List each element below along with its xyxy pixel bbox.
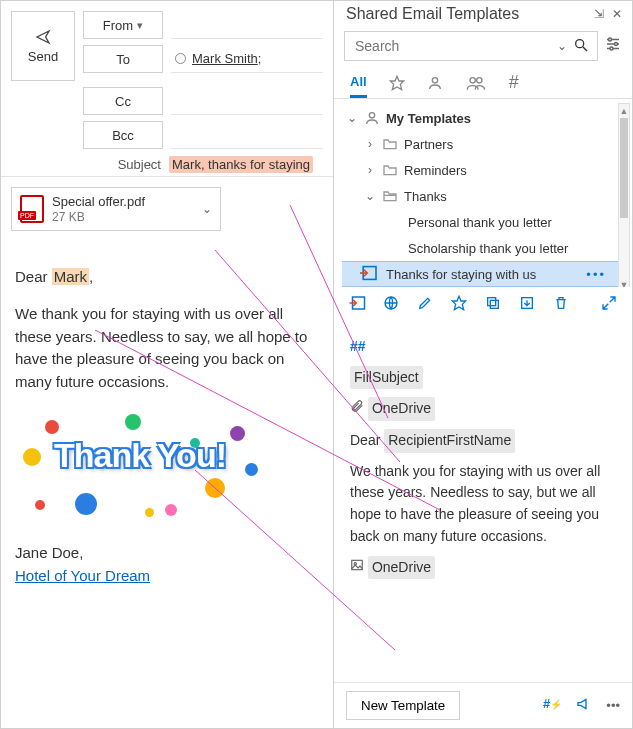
tab-all[interactable]: All (350, 67, 367, 98)
from-value[interactable] (171, 11, 323, 39)
subject-input[interactable]: Mark, thanks for staying (169, 157, 323, 172)
svg-point-10 (470, 77, 475, 82)
template-label: Personal thank you letter (408, 215, 552, 230)
tree-root-my-templates[interactable]: ⌄ My Templates (342, 105, 628, 131)
svg-line-1 (583, 47, 587, 51)
globe-button[interactable] (382, 295, 400, 314)
svg-rect-18 (488, 298, 496, 306)
subject-rest: , thanks for staying (201, 157, 310, 172)
folder-thanks[interactable]: ⌄ Thanks (342, 183, 628, 209)
attachment-name: Special offer.pdf (52, 194, 145, 210)
greeting-suffix: , (89, 268, 93, 285)
tabs: All # (334, 67, 632, 99)
settings-icon[interactable] (604, 35, 622, 57)
from-button[interactable]: From ▾ (83, 11, 163, 39)
template-personal-thank-you[interactable]: Personal thank you letter (342, 209, 628, 235)
tab-hash[interactable]: # (509, 67, 519, 98)
preview-dear: Dear (350, 432, 380, 448)
message-body[interactable]: Dear Mark, We thank you for staying with… (1, 241, 333, 598)
to-label: To (116, 52, 130, 67)
chevron-down-icon[interactable]: ⌄ (202, 202, 212, 216)
from-label: From (103, 18, 133, 33)
svg-marker-8 (390, 76, 403, 89)
person-icon (427, 75, 443, 91)
send-button[interactable]: Send (11, 11, 75, 81)
svg-point-9 (432, 77, 437, 82)
template-thanks-for-staying[interactable]: Thanks for staying with us ••• (342, 261, 628, 287)
bcc-value[interactable] (171, 121, 323, 149)
body-paragraph: We thank you for staying with us over al… (15, 303, 319, 393)
expand-button[interactable] (600, 295, 618, 314)
chevron-down-icon: ▾ (137, 19, 143, 32)
template-tree: ⌄ My Templates › Partners › Reminders ⌄ … (334, 99, 632, 287)
star-icon (389, 75, 405, 91)
folder-reminders[interactable]: › Reminders (342, 157, 628, 183)
paste-button[interactable] (348, 295, 366, 314)
search-icon[interactable] (573, 37, 589, 56)
folder-partners[interactable]: › Partners (342, 131, 628, 157)
search-box[interactable]: ⌄ (344, 31, 598, 61)
to-button[interactable]: To (83, 45, 163, 73)
svg-point-7 (610, 47, 613, 50)
macro-onedrive-image: OneDrive (368, 556, 435, 580)
pdf-icon: PDF (20, 195, 44, 223)
folder-icon (382, 136, 398, 152)
to-value[interactable]: Mark Smith; (171, 45, 323, 73)
new-template-button[interactable]: New Template (346, 691, 460, 720)
macro-fillsubject: FillSubject (350, 366, 423, 390)
announce-icon[interactable] (576, 696, 592, 715)
more-icon[interactable]: ••• (586, 267, 606, 282)
send-label: Send (28, 49, 58, 64)
svg-point-6 (615, 43, 618, 46)
template-scholarship-thank-you[interactable]: Scholarship thank you letter (342, 235, 628, 261)
search-input[interactable] (353, 37, 557, 55)
tab-team[interactable] (465, 67, 487, 98)
pin-icon[interactable]: ⇲ (594, 7, 604, 21)
scroll-down-icon[interactable]: ▼ (619, 278, 629, 287)
delete-button[interactable] (552, 295, 570, 314)
macro-recipientfirstname: RecipientFirstName (384, 429, 515, 453)
hash-action-icon[interactable]: #⚡ (543, 696, 562, 715)
scroll-up-icon[interactable]: ▲ (619, 104, 629, 118)
compose-pane: Send From ▾ To Mark Smith; (1, 1, 334, 728)
svg-rect-20 (352, 560, 363, 569)
folder-label: Reminders (404, 163, 467, 178)
chevron-down-icon[interactable]: ⌄ (557, 39, 567, 53)
svg-point-12 (369, 113, 374, 118)
template-toolbar (334, 287, 632, 322)
subject-name-highlight: Mark (172, 157, 201, 172)
macro-hash: ## (350, 336, 616, 358)
pane-footer: New Template #⚡ ••• (334, 682, 632, 728)
import-button[interactable] (518, 295, 536, 314)
image-icon (350, 559, 368, 575)
copy-button[interactable] (484, 295, 502, 314)
edit-button[interactable] (416, 295, 434, 314)
thank-you-image: Thank You! (15, 408, 265, 528)
attachment-chip[interactable]: PDF Special offer.pdf 27 KB ⌄ (11, 187, 221, 231)
folder-icon (382, 162, 398, 178)
person-icon (364, 110, 380, 126)
bcc-button[interactable]: Bcc (83, 121, 163, 149)
close-icon[interactable]: ✕ (612, 7, 622, 21)
svg-point-11 (476, 77, 481, 82)
signature-link[interactable]: Hotel of Your Dream (15, 567, 150, 584)
macro-onedrive-attach: OneDrive (368, 397, 435, 421)
tree-scrollbar[interactable]: ▲ ▼ (618, 103, 630, 287)
templates-pane: Shared Email Templates ⇲ ✕ ⌄ All (334, 1, 632, 728)
cc-button[interactable]: Cc (83, 87, 163, 115)
thank-you-text: Thank You! (15, 440, 265, 471)
footer-more-icon[interactable]: ••• (606, 698, 620, 713)
signature: Jane Doe, Hotel of Your Dream (15, 542, 319, 587)
folder-open-icon (382, 188, 398, 204)
favorite-button[interactable] (450, 295, 468, 314)
chevron-down-icon: ⌄ (364, 189, 376, 203)
chevron-right-icon: › (364, 137, 376, 151)
cc-value[interactable] (171, 87, 323, 115)
svg-marker-16 (452, 296, 465, 309)
team-icon (465, 75, 487, 91)
tab-person[interactable] (427, 67, 443, 98)
recipient-chip-icon (175, 53, 186, 64)
tab-favorites[interactable] (389, 67, 405, 98)
scroll-thumb[interactable] (620, 118, 628, 218)
recipient-name: Mark Smith (192, 51, 258, 66)
